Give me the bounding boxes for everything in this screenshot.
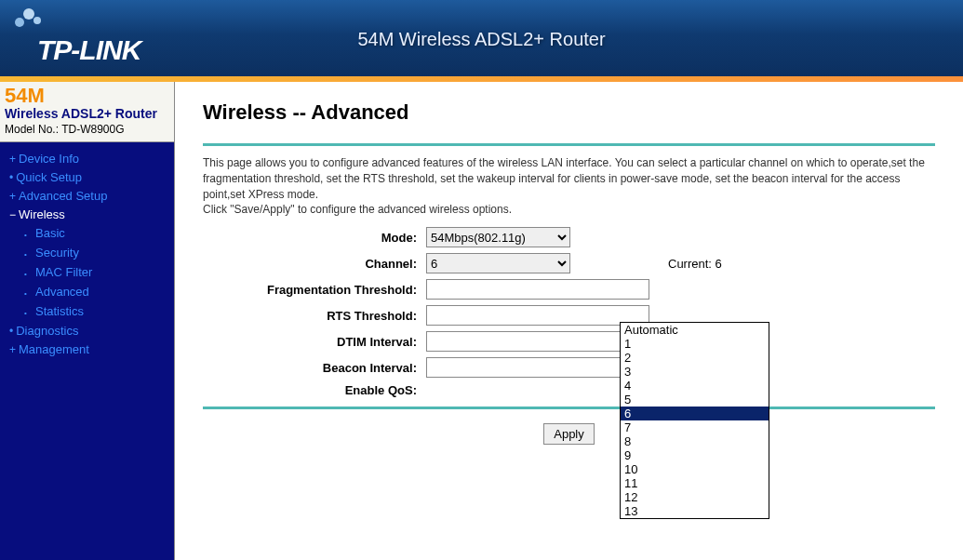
nav-device-info[interactable]: +Device Info — [9, 150, 174, 168]
model-line: Model No.: TD-W8900G — [5, 123, 169, 136]
channel-dropdown-list[interactable]: Automatic 1 2 3 4 5 6 7 8 9 10 11 12 13 — [620, 322, 769, 519]
channel-select[interactable]: 6 — [426, 253, 570, 273]
channel-option[interactable]: 7 — [621, 420, 769, 434]
channel-option[interactable]: 12 — [621, 490, 769, 504]
mode-select[interactable]: 54Mbps(802.11g) — [426, 227, 570, 247]
product-code: 54M — [5, 86, 169, 106]
sidebar: 54M Wireless ADSL2+ Router Model No.: TD… — [0, 82, 175, 560]
channel-option[interactable]: 1 — [621, 337, 769, 351]
nav-list: +Device Info •Quick Setup +Advanced Setu… — [0, 142, 174, 359]
channel-option[interactable]: 11 — [621, 476, 769, 490]
svg-point-0 — [15, 18, 24, 27]
advanced-form: Mode: 54Mbps(802.11g) Channel: 6 Current… — [203, 227, 935, 397]
channel-option[interactable]: 10 — [621, 462, 769, 476]
nav-wireless-security[interactable]: •Security — [24, 244, 174, 263]
product-line: Wireless ADSL2+ Router — [5, 106, 169, 121]
logo-icon — [14, 5, 42, 32]
nav-wireless-statistics[interactable]: •Statistics — [24, 302, 174, 322]
dtim-input[interactable] — [426, 331, 649, 352]
page-description: This page allows you to configure advanc… — [203, 155, 935, 218]
product-box: 54M Wireless ADSL2+ Router Model No.: TD… — [0, 82, 174, 142]
channel-option[interactable]: 9 — [621, 448, 769, 462]
dtim-label: DTIM Interval: — [203, 335, 426, 349]
divider-bottom — [203, 407, 935, 409]
rts-input[interactable] — [426, 305, 649, 326]
mode-label: Mode: — [203, 231, 426, 245]
nav-management[interactable]: +Management — [9, 340, 174, 359]
svg-point-2 — [33, 17, 41, 24]
channel-option-selected[interactable]: 6 — [621, 407, 769, 420]
channel-option[interactable]: 5 — [621, 393, 769, 407]
nav-diagnostics[interactable]: •Diagnostics — [9, 322, 174, 340]
brand-logo: TP-LINK — [0, 11, 140, 66]
page-title: Wireless -- Advanced — [203, 100, 935, 125]
channel-label: Channel: — [203, 257, 426, 271]
apply-button[interactable]: Apply — [543, 423, 595, 445]
app-header: TP-LINK 54M Wireless ADSL2+ Router — [0, 0, 963, 76]
svg-point-1 — [23, 8, 34, 20]
rts-label: RTS Threshold: — [203, 309, 426, 323]
content-pane: Wireless -- Advanced This page allows yo… — [175, 82, 963, 560]
nav-wireless-advanced[interactable]: •Advanced — [24, 283, 174, 302]
channel-option[interactable]: 2 — [621, 351, 769, 365]
nav-quick-setup[interactable]: •Quick Setup — [9, 168, 174, 187]
nav-wireless-basic[interactable]: •Basic — [24, 224, 174, 244]
qos-label: Enable QoS: — [203, 383, 426, 397]
beacon-label: Beacon Interval: — [203, 361, 426, 375]
nav-wireless[interactable]: −Wireless •Basic •Security •MAC Filter •… — [9, 206, 174, 322]
channel-option[interactable]: Automatic — [621, 323, 769, 337]
frag-label: Fragmentation Threshold: — [203, 283, 426, 297]
header-title: 54M Wireless ADSL2+ Router — [357, 29, 605, 50]
channel-current: Current: 6 — [575, 257, 722, 271]
channel-option[interactable]: 3 — [621, 365, 769, 379]
channel-option[interactable]: 4 — [621, 379, 769, 393]
frag-input[interactable] — [426, 279, 649, 300]
divider — [203, 143, 935, 146]
channel-option[interactable]: 13 — [621, 504, 769, 518]
beacon-input[interactable] — [426, 357, 649, 378]
nav-wireless-macfilter[interactable]: •MAC Filter — [24, 263, 174, 283]
nav-advanced-setup[interactable]: +Advanced Setup — [9, 187, 174, 206]
channel-option[interactable]: 8 — [621, 434, 769, 448]
